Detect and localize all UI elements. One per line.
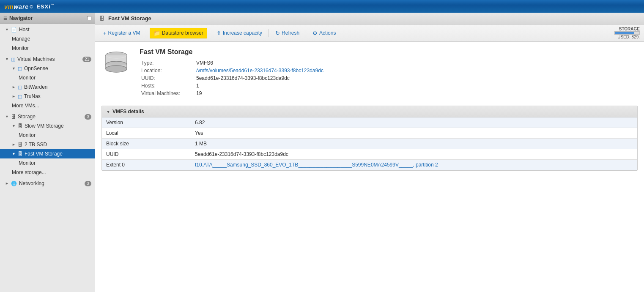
2tb-icon: 🗄 bbox=[18, 142, 22, 147]
trunas-icon: ◫ bbox=[18, 94, 22, 99]
vmfs-cell-value[interactable]: t10.ATA_____Samsung_SSD_860_EVO_1TB_____… bbox=[191, 160, 637, 170]
svg-point-4 bbox=[106, 65, 127, 72]
hosts-value: 1 bbox=[195, 82, 325, 90]
monitor-host-label: Monitor bbox=[12, 45, 29, 51]
detail-row-vms: Virtual Machines: 19 bbox=[140, 90, 325, 97]
main-layout: ☰ Navigator ▼ 📄 Host Manage Monitor ▼ ◫ bbox=[0, 13, 644, 292]
sidebar-item-monitor-host[interactable]: Monitor bbox=[0, 44, 95, 53]
networking-section: ► 🌐 Networking 3 bbox=[0, 178, 95, 189]
type-value: VMFS6 bbox=[195, 59, 325, 67]
fast-storage-label: Fast VM Storage bbox=[25, 151, 63, 157]
datastore-icon bbox=[101, 48, 131, 78]
vmfs-expand-icon[interactable]: ▼ bbox=[106, 109, 110, 114]
datastore-info: Fast VM Storage Type: VMFS6 Location: /v… bbox=[101, 48, 638, 97]
opnsense-icon: ◫ bbox=[18, 66, 22, 71]
sidebar-item-vms[interactable]: ▼ ◫ Virtual Machines 21 bbox=[0, 55, 95, 64]
storage-bar bbox=[614, 31, 640, 35]
vmfs-cell-label: UUID bbox=[102, 149, 191, 160]
vmfs-value-link[interactable]: t10.ATA_____Samsung_SSD_860_EVO_1TB_____… bbox=[195, 162, 438, 168]
storage-bar-fill bbox=[615, 32, 634, 34]
uuid-label: UUID: bbox=[140, 74, 195, 82]
2tb-label: 2 TB SSD bbox=[25, 142, 47, 147]
datastore-browser-button[interactable]: 📁 Datastore browser bbox=[150, 28, 207, 38]
vmfs-row: UUID5eadd61e-23316d74-3393-f8bc123da9dc bbox=[102, 149, 637, 160]
host-section: ▼ 📄 Host Manage Monitor bbox=[0, 24, 95, 54]
refresh-button[interactable]: ↻ Refresh bbox=[271, 28, 303, 38]
sidebar-item-opnsense[interactable]: ▼ ◫ OpnSense bbox=[0, 64, 95, 73]
datastore-browser-icon: 📁 bbox=[153, 30, 160, 36]
sidebar-item-bitwarden[interactable]: ► ◫ BitWarden bbox=[0, 82, 95, 92]
networking-arrow: ► bbox=[5, 181, 9, 186]
storage-badge: 3 bbox=[85, 114, 91, 120]
monitor-fast-label: Monitor bbox=[19, 160, 36, 166]
trunas-label: TruNas bbox=[24, 93, 41, 99]
vmfs-cell-label: Version bbox=[102, 117, 191, 128]
vmfs-tbody: Version6.82LocalYesBlock size1 MBUUID5ea… bbox=[102, 117, 637, 170]
navigator-collapse-button[interactable] bbox=[87, 16, 91, 20]
datastore-details: Fast VM Storage Type: VMFS6 Location: /v… bbox=[140, 48, 638, 97]
vmfs-cell-value: 6.82 bbox=[191, 117, 637, 128]
register-vm-button[interactable]: + Register a VM bbox=[99, 28, 144, 38]
slow-storage-arrow: ▼ bbox=[12, 124, 16, 128]
vmware-logo: vmware® ESXi™ bbox=[4, 3, 55, 10]
host-icon: 📄 bbox=[11, 27, 17, 33]
sidebar-item-2tb-ssd[interactable]: ► 🗄 2 TB SSD bbox=[0, 140, 95, 149]
vmfs-title: VMFS details bbox=[112, 109, 144, 115]
vms-icon: ◫ bbox=[11, 57, 15, 62]
sidebar-item-trunas[interactable]: ► ◫ TruNas bbox=[0, 92, 95, 101]
networking-icon: 🌐 bbox=[11, 181, 17, 186]
hosts-label: Hosts: bbox=[140, 82, 195, 90]
storage-indicator: STORAGE USED: 829. bbox=[614, 27, 640, 39]
sidebar-item-storage[interactable]: ▼ 🗄 Storage 3 bbox=[0, 112, 95, 121]
toolbar-divider-4 bbox=[306, 29, 306, 37]
content-body: Fast VM Storage Type: VMFS6 Location: /v… bbox=[95, 42, 644, 292]
fast-storage-arrow: ▼ bbox=[12, 152, 16, 156]
sidebar-item-more-storage[interactable]: More storage... bbox=[0, 168, 95, 177]
vms-label: Virtual Machines: bbox=[140, 90, 195, 97]
sidebar-item-more-vms[interactable]: More VMs... bbox=[0, 101, 95, 110]
sidebar: ☰ Navigator ▼ 📄 Host Manage Monitor ▼ ◫ bbox=[0, 13, 95, 292]
sidebar-item-monitor-slow[interactable]: Monitor bbox=[0, 131, 95, 140]
detail-row-location: Location: /vmfs/volumes/5eadd61e-23316d7… bbox=[140, 67, 325, 74]
vmfs-cell-value: 1 MB bbox=[191, 139, 637, 149]
vms-label: Virtual Machines bbox=[17, 56, 55, 62]
sidebar-item-host[interactable]: ▼ 📄 Host bbox=[0, 25, 95, 34]
actions-button[interactable]: ⚙ Actions bbox=[309, 28, 340, 38]
register-vm-icon: + bbox=[103, 30, 107, 36]
sidebar-item-slow-storage[interactable]: ▼ 🗄 Slow VM Storage bbox=[0, 121, 95, 131]
sidebar-item-fast-storage[interactable]: ▼ 🗄 Fast VM Storage bbox=[0, 149, 95, 158]
networking-label: Networking bbox=[19, 180, 44, 186]
sidebar-item-networking[interactable]: ► 🌐 Networking 3 bbox=[0, 179, 95, 188]
vm-text: vm bbox=[4, 3, 14, 10]
more-vms-label: More VMs... bbox=[12, 103, 39, 109]
refresh-label: Refresh bbox=[282, 30, 299, 36]
datastore-name: Fast VM Storage bbox=[140, 48, 638, 56]
content-area: 🗄 Fast VM Storage + Register a VM 📁 Data… bbox=[95, 13, 644, 292]
manage-label: Manage bbox=[12, 36, 30, 42]
virtual-machines-section: ▼ ◫ Virtual Machines 21 ▼ ◫ OpnSense Mon… bbox=[0, 54, 95, 111]
vmfs-row: Block size1 MB bbox=[102, 139, 637, 149]
increase-capacity-icon: ⇧ bbox=[216, 30, 221, 36]
sidebar-item-monitor-fast[interactable]: Monitor bbox=[0, 158, 95, 168]
vmfs-cell-value: 5eadd61e-23316d74-3393-f8bc123da9dc bbox=[191, 149, 637, 160]
actions-icon: ⚙ bbox=[312, 30, 318, 36]
location-label: Location: bbox=[140, 67, 195, 74]
increase-capacity-button[interactable]: ⇧ Increase capacity bbox=[213, 28, 266, 38]
register-vm-label: Register a VM bbox=[108, 30, 140, 36]
uuid-value: 5eadd61e-23316d74-3393-f8bc123da9dc bbox=[195, 74, 325, 82]
sidebar-item-monitor-opnsense[interactable]: Monitor bbox=[0, 73, 95, 82]
fast-storage-icon: 🗄 bbox=[18, 151, 22, 156]
storage-label: Storage bbox=[18, 114, 36, 120]
bitwarden-label: BitWarden bbox=[24, 84, 48, 90]
page-icon: 🗄 bbox=[99, 16, 104, 22]
networking-badge: 3 bbox=[85, 181, 91, 186]
vmfs-cell-label: Local bbox=[102, 128, 191, 139]
navigator-icon: ☰ bbox=[3, 16, 7, 21]
location-link[interactable]: /vmfs/volumes/5eadd61e-23316d74-3393-f8b… bbox=[196, 68, 323, 74]
bitwarden-arrow: ► bbox=[12, 85, 16, 89]
topbar: vmware® ESXi™ bbox=[0, 0, 644, 13]
vmfs-row: Extent 0t10.ATA_____Samsung_SSD_860_EVO_… bbox=[102, 160, 637, 170]
sidebar-item-manage[interactable]: Manage bbox=[0, 34, 95, 44]
vmfs-cell-value: Yes bbox=[191, 128, 637, 139]
vmfs-cell-label: Extent 0 bbox=[102, 160, 191, 170]
